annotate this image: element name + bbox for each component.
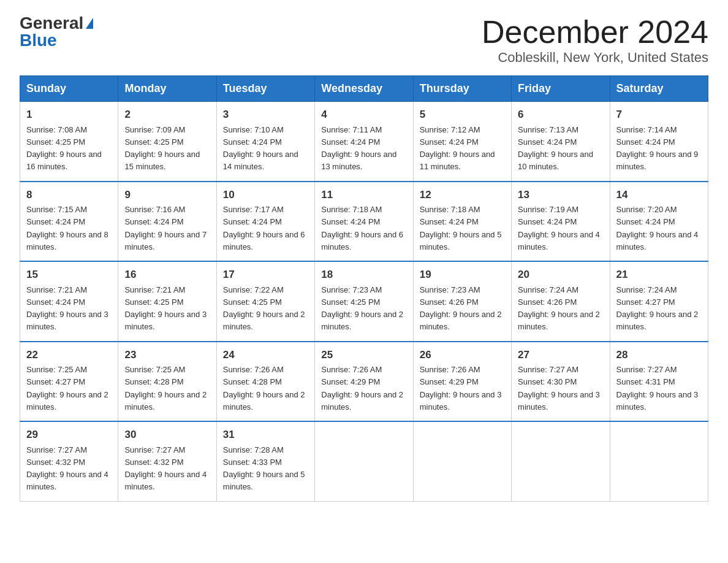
- day-info: Sunrise: 7:09 AMSunset: 4:25 PMDaylight:…: [124, 125, 200, 172]
- calendar-cell: 3Sunrise: 7:10 AMSunset: 4:24 PMDaylight…: [216, 102, 314, 182]
- day-info: Sunrise: 7:24 AMSunset: 4:27 PMDaylight:…: [616, 285, 699, 332]
- day-number: 21: [616, 267, 702, 283]
- calendar-cell: 24Sunrise: 7:26 AMSunset: 4:28 PMDayligh…: [216, 342, 314, 422]
- day-info: Sunrise: 7:27 AMSunset: 4:32 PMDaylight:…: [124, 445, 207, 492]
- day-number: 28: [616, 347, 702, 363]
- day-number: 31: [223, 427, 308, 443]
- day-info: Sunrise: 7:27 AMSunset: 4:32 PMDaylight:…: [26, 445, 108, 492]
- day-info: Sunrise: 7:24 AMSunset: 4:26 PMDaylight:…: [518, 285, 600, 332]
- calendar-cell: 25Sunrise: 7:26 AMSunset: 4:29 PMDayligh…: [315, 342, 413, 422]
- calendar-cell: 11Sunrise: 7:18 AMSunset: 4:24 PMDayligh…: [315, 182, 413, 262]
- logo-triangle-icon: [86, 18, 93, 29]
- location-title: Cobleskill, New York, United States: [482, 50, 708, 66]
- day-info: Sunrise: 7:19 AMSunset: 4:24 PMDaylight:…: [518, 205, 600, 251]
- calendar-cell: 31Sunrise: 7:28 AMSunset: 4:33 PMDayligh…: [216, 421, 314, 501]
- day-number: 29: [26, 427, 112, 443]
- calendar-cell: 23Sunrise: 7:25 AMSunset: 4:28 PMDayligh…: [118, 342, 216, 422]
- day-info: Sunrise: 7:18 AMSunset: 4:24 PMDaylight:…: [321, 205, 403, 251]
- calendar-cell: 15Sunrise: 7:21 AMSunset: 4:24 PMDayligh…: [20, 261, 118, 342]
- calendar-cell: 22Sunrise: 7:25 AMSunset: 4:27 PMDayligh…: [20, 342, 118, 422]
- calendar-header-monday: Monday: [118, 76, 216, 102]
- day-info: Sunrise: 7:15 AMSunset: 4:24 PMDaylight:…: [26, 205, 108, 251]
- day-number: 7: [616, 107, 702, 123]
- calendar-cell: 2Sunrise: 7:09 AMSunset: 4:25 PMDaylight…: [118, 102, 216, 182]
- day-info: Sunrise: 7:11 AMSunset: 4:24 PMDaylight:…: [321, 125, 396, 172]
- logo: General Blue: [20, 15, 93, 49]
- day-number: 10: [223, 187, 308, 203]
- day-info: Sunrise: 7:18 AMSunset: 4:24 PMDaylight:…: [420, 205, 502, 251]
- calendar-cell: [413, 421, 511, 501]
- calendar-header-saturday: Saturday: [610, 76, 708, 102]
- day-info: Sunrise: 7:26 AMSunset: 4:29 PMDaylight:…: [321, 365, 403, 412]
- calendar-cell: 1Sunrise: 7:08 AMSunset: 4:25 PMDaylight…: [20, 102, 118, 182]
- day-number: 2: [124, 107, 210, 123]
- day-info: Sunrise: 7:26 AMSunset: 4:28 PMDaylight:…: [223, 365, 305, 412]
- day-number: 12: [420, 187, 505, 203]
- day-number: 6: [518, 107, 603, 123]
- calendar-cell: 14Sunrise: 7:20 AMSunset: 4:24 PMDayligh…: [610, 182, 708, 262]
- day-number: 3: [223, 107, 308, 123]
- day-info: Sunrise: 7:27 AMSunset: 4:31 PMDaylight:…: [616, 365, 699, 412]
- day-number: 23: [124, 347, 210, 363]
- calendar-header-sunday: Sunday: [20, 76, 118, 102]
- day-number: 5: [420, 107, 505, 123]
- day-number: 11: [321, 187, 406, 203]
- day-info: Sunrise: 7:25 AMSunset: 4:27 PMDaylight:…: [26, 365, 108, 412]
- day-info: Sunrise: 7:26 AMSunset: 4:29 PMDaylight:…: [420, 365, 502, 412]
- day-number: 16: [124, 267, 210, 283]
- day-info: Sunrise: 7:27 AMSunset: 4:30 PMDaylight:…: [518, 365, 600, 412]
- calendar-header-thursday: Thursday: [413, 76, 511, 102]
- calendar-cell: 30Sunrise: 7:27 AMSunset: 4:32 PMDayligh…: [118, 421, 216, 501]
- day-info: Sunrise: 7:08 AMSunset: 4:25 PMDaylight:…: [26, 125, 102, 172]
- calendar-cell: 16Sunrise: 7:21 AMSunset: 4:25 PMDayligh…: [118, 261, 216, 342]
- calendar-cell: 7Sunrise: 7:14 AMSunset: 4:24 PMDaylight…: [610, 102, 708, 182]
- day-info: Sunrise: 7:20 AMSunset: 4:24 PMDaylight:…: [616, 205, 699, 251]
- day-info: Sunrise: 7:17 AMSunset: 4:24 PMDaylight:…: [223, 205, 305, 251]
- calendar-cell: 27Sunrise: 7:27 AMSunset: 4:30 PMDayligh…: [512, 342, 610, 422]
- day-number: 1: [26, 107, 112, 123]
- day-info: Sunrise: 7:16 AMSunset: 4:24 PMDaylight:…: [124, 205, 207, 251]
- day-number: 4: [321, 107, 406, 123]
- day-number: 17: [223, 267, 308, 283]
- day-number: 30: [124, 427, 210, 443]
- day-number: 13: [518, 187, 603, 203]
- day-number: 25: [321, 347, 406, 363]
- day-info: Sunrise: 7:23 AMSunset: 4:26 PMDaylight:…: [420, 285, 502, 332]
- calendar-cell: [315, 421, 413, 501]
- day-number: 26: [420, 347, 505, 363]
- day-number: 24: [223, 347, 308, 363]
- day-info: Sunrise: 7:14 AMSunset: 4:24 PMDaylight:…: [616, 125, 699, 172]
- title-block: December 2024 Cobleskill, New York, Unit…: [482, 15, 708, 66]
- day-info: Sunrise: 7:12 AMSunset: 4:24 PMDaylight:…: [420, 125, 495, 172]
- calendar-cell: 21Sunrise: 7:24 AMSunset: 4:27 PMDayligh…: [610, 261, 708, 342]
- day-number: 14: [616, 187, 702, 203]
- calendar-cell: 19Sunrise: 7:23 AMSunset: 4:26 PMDayligh…: [413, 261, 511, 342]
- calendar-cell: 20Sunrise: 7:24 AMSunset: 4:26 PMDayligh…: [512, 261, 610, 342]
- day-number: 8: [26, 187, 112, 203]
- calendar-cell: 29Sunrise: 7:27 AMSunset: 4:32 PMDayligh…: [20, 421, 118, 501]
- day-number: 27: [518, 347, 603, 363]
- calendar-cell: 12Sunrise: 7:18 AMSunset: 4:24 PMDayligh…: [413, 182, 511, 262]
- day-number: 15: [26, 267, 112, 283]
- calendar-cell: 6Sunrise: 7:13 AMSunset: 4:24 PMDaylight…: [512, 102, 610, 182]
- calendar-cell: 5Sunrise: 7:12 AMSunset: 4:24 PMDaylight…: [413, 102, 511, 182]
- day-info: Sunrise: 7:25 AMSunset: 4:28 PMDaylight:…: [124, 365, 207, 412]
- day-number: 18: [321, 267, 406, 283]
- day-info: Sunrise: 7:21 AMSunset: 4:24 PMDaylight:…: [26, 285, 108, 332]
- calendar-cell: 13Sunrise: 7:19 AMSunset: 4:24 PMDayligh…: [512, 182, 610, 262]
- calendar-week-row: 15Sunrise: 7:21 AMSunset: 4:24 PMDayligh…: [20, 261, 708, 342]
- calendar-header-row: SundayMondayTuesdayWednesdayThursdayFrid…: [20, 76, 708, 102]
- calendar-cell: 18Sunrise: 7:23 AMSunset: 4:25 PMDayligh…: [315, 261, 413, 342]
- calendar-week-row: 8Sunrise: 7:15 AMSunset: 4:24 PMDaylight…: [20, 182, 708, 262]
- header: General Blue December 2024 Cobleskill, N…: [20, 15, 708, 66]
- calendar-header-wednesday: Wednesday: [315, 76, 413, 102]
- calendar-cell: 26Sunrise: 7:26 AMSunset: 4:29 PMDayligh…: [413, 342, 511, 422]
- calendar-cell: 8Sunrise: 7:15 AMSunset: 4:24 PMDaylight…: [20, 182, 118, 262]
- calendar-cell: 4Sunrise: 7:11 AMSunset: 4:24 PMDaylight…: [315, 102, 413, 182]
- calendar-header-friday: Friday: [512, 76, 610, 102]
- calendar-week-row: 22Sunrise: 7:25 AMSunset: 4:27 PMDayligh…: [20, 342, 708, 422]
- logo-general-text: General: [20, 15, 83, 32]
- calendar-table: SundayMondayTuesdayWednesdayThursdayFrid…: [20, 75, 708, 502]
- calendar-cell: [512, 421, 610, 501]
- calendar-week-row: 29Sunrise: 7:27 AMSunset: 4:32 PMDayligh…: [20, 421, 708, 501]
